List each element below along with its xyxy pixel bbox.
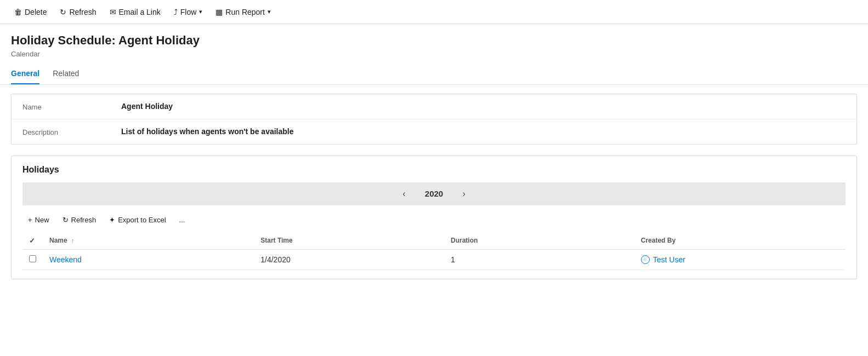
more-label: ... xyxy=(179,216,185,224)
flow-icon: ⤴ xyxy=(174,8,178,16)
new-holiday-button[interactable]: + New xyxy=(22,213,55,227)
email-link-button[interactable]: ✉ Email a Link xyxy=(104,5,166,19)
top-toolbar: 🗑 Delete ↻ Refresh ✉ Email a Link ⤴ Flow… xyxy=(0,0,868,24)
refresh-icon: ↻ xyxy=(60,8,66,16)
delete-button[interactable]: 🗑 Delete xyxy=(9,5,52,19)
delete-icon: 🗑 xyxy=(14,8,22,16)
row-start-cell: 1/4/2020 xyxy=(254,249,444,269)
sub-toolbar: + New ↻ Refresh ✦ Export to Excel ... xyxy=(22,213,846,227)
col-name-header[interactable]: Name ↑ xyxy=(43,232,254,250)
prev-year-button[interactable]: ‹ xyxy=(399,188,409,200)
name-value: Agent Holiday xyxy=(121,102,173,111)
created-by-link[interactable]: Test User xyxy=(653,255,685,264)
next-year-button[interactable]: › xyxy=(459,188,469,200)
excel-icon: ✦ xyxy=(109,216,115,224)
holiday-name-link[interactable]: Weekend xyxy=(49,255,82,264)
run-report-icon: ▦ xyxy=(215,8,223,16)
page-subtitle: Calendar xyxy=(11,50,857,58)
holidays-title: Holidays xyxy=(22,165,846,175)
delete-label: Delete xyxy=(25,8,47,16)
table-row: Weekend 1/4/2020 1 ○ Test User xyxy=(22,249,846,269)
row-check-cell[interactable] xyxy=(22,249,43,269)
name-label: Name xyxy=(22,102,121,111)
tab-general[interactable]: General xyxy=(11,65,39,84)
row-name-cell: Weekend xyxy=(43,249,254,269)
flow-chevron-icon: ▾ xyxy=(199,8,202,15)
user-cell: ○ Test User xyxy=(641,255,839,264)
year-label: 2020 xyxy=(418,189,451,198)
tabs-bar: General Related xyxy=(0,58,868,85)
form-card: Name Agent Holiday Description List of h… xyxy=(11,94,857,145)
form-row-description: Description List of holidays when agents… xyxy=(12,119,856,144)
col-start-header: Start Time xyxy=(254,232,444,250)
check-all-icon: ✓ xyxy=(29,237,35,245)
email-link-label: Email a Link xyxy=(119,8,161,16)
year-nav: ‹ 2020 › xyxy=(22,182,846,205)
col-duration-header: Duration xyxy=(444,232,634,250)
table-header-row: ✓ Name ↑ Start Time Duration Created By xyxy=(22,232,846,250)
col-check-header: ✓ xyxy=(22,232,43,250)
holidays-table: ✓ Name ↑ Start Time Duration Created By xyxy=(22,232,846,270)
sort-icon: ↑ xyxy=(71,237,75,244)
form-row-name: Name Agent Holiday xyxy=(12,94,856,119)
new-label: New xyxy=(35,216,49,224)
page-title: Holiday Schedule: Agent Holiday xyxy=(11,33,857,49)
row-checkbox[interactable] xyxy=(29,255,36,262)
refresh-holidays-label: Refresh xyxy=(71,216,97,224)
page-header: Holiday Schedule: Agent Holiday Calendar xyxy=(0,24,868,58)
main-content: Name Agent Holiday Description List of h… xyxy=(0,85,868,288)
description-label: Description xyxy=(22,127,121,136)
more-options-button[interactable]: ... xyxy=(174,213,191,227)
description-value: List of holidays when agents won't be av… xyxy=(121,127,294,136)
email-icon: ✉ xyxy=(110,8,116,16)
run-report-label: Run Report xyxy=(225,8,265,16)
refresh-label: Refresh xyxy=(69,8,96,16)
refresh-button[interactable]: ↻ Refresh xyxy=(54,5,101,19)
tab-related[interactable]: Related xyxy=(53,65,79,84)
user-icon: ○ xyxy=(641,255,650,264)
flow-label: Flow xyxy=(180,8,197,16)
export-excel-button[interactable]: ✦ Export to Excel xyxy=(104,213,171,227)
run-report-button[interactable]: ▦ Run Report ▾ xyxy=(210,5,276,19)
run-report-chevron-icon: ▾ xyxy=(268,8,271,15)
flow-button[interactable]: ⤴ Flow ▾ xyxy=(168,5,208,19)
export-label: Export to Excel xyxy=(118,216,166,224)
row-duration-cell: 1 xyxy=(444,249,634,269)
row-created-cell: ○ Test User xyxy=(634,249,846,269)
refresh-holidays-icon: ↻ xyxy=(63,216,69,224)
holidays-section: Holidays ‹ 2020 › + New ↻ Refresh ✦ Expo… xyxy=(11,156,857,279)
plus-icon: + xyxy=(28,216,32,224)
col-created-header: Created By xyxy=(634,232,846,250)
refresh-holidays-button[interactable]: ↻ Refresh xyxy=(57,213,102,227)
